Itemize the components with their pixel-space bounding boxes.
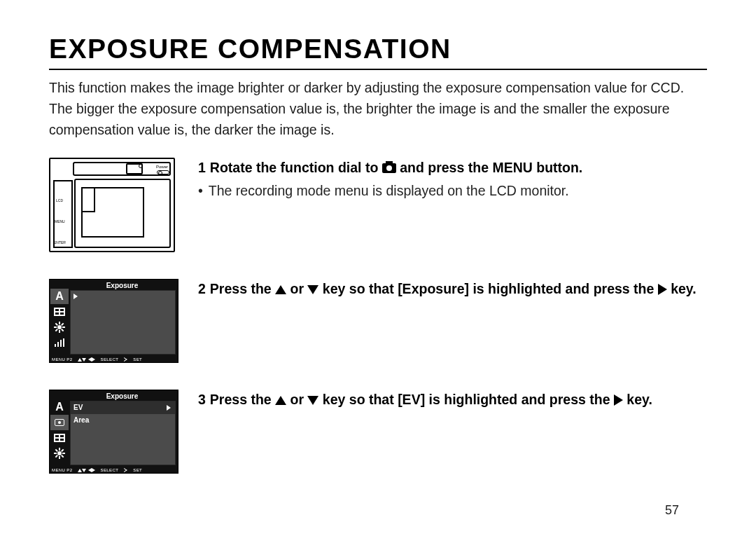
step-2-text-a: Press the [210,281,275,296]
page-title: EXPOSURE COMPENSATION [49,34,707,64]
step-3-or: or [286,392,307,407]
up-arrow-icon [275,285,286,294]
step-3-text-b: key so that [EV] is highlighted and pres… [318,392,614,407]
footer-select: SELECT [101,468,119,472]
intro-paragraph: This function makes the image brighter o… [49,77,707,141]
step-2-text-c: key. [667,281,696,296]
step-2-text-b: key so that [Exposure] is highlighted an… [318,281,657,296]
step-2-or: or [286,281,307,296]
right-arrow-icon [74,294,78,299]
step-2-number: 2 [198,281,206,296]
menu-row-area: Area [71,414,175,427]
side-icon-sun [50,446,69,461]
lcd-footer: MENU P2 SELECT SET [52,357,176,362]
right-arrow-icon [167,405,171,411]
step-3-heading: 3Press the or key so that [EV] is highli… [198,390,707,410]
footer-set: SET [133,468,142,472]
down-arrow-icon [307,396,318,405]
power-switch-icon [157,170,169,174]
step-1-bullet: • The recording mode menu is displayed o… [198,181,707,201]
menu-row-ev: EV [71,401,175,414]
figure-camera: Power LCD MENU ENTER [49,158,178,252]
step-2-heading: 2Press the or key so that [Exposure] is … [198,279,707,299]
step-1-number: 1 [198,160,206,175]
steps-list: Power LCD MENU ENTER 1Rotate the functio… [49,158,707,474]
down-arrow-icon [307,285,318,294]
right-arrow-icon [614,394,623,406]
lcd-header: Exposure [70,282,174,289]
side-icon-spot [50,415,69,430]
area-label: Area [74,416,89,424]
power-label: Power [156,165,168,169]
title-rule [49,69,707,70]
lcd-button-label: LCD [56,198,63,202]
footer-nav-icons [78,357,94,362]
right-arrow-icon [658,284,667,295]
step-1-text-b: and press the MENU button. [396,160,583,175]
side-icon-a: A [50,289,69,304]
lcd-content-area: EV Area [70,401,176,465]
footer-set-icon [124,468,127,472]
side-icon-bars [50,335,69,350]
step-3: Exposure A EV Area ME [49,390,707,474]
side-icon-grid [50,430,69,446]
up-arrow-icon [275,396,286,405]
step-1: Power LCD MENU ENTER 1Rotate the functio… [49,158,707,252]
step-3-text-a: Press the [210,392,275,407]
footer-set: SET [133,357,142,362]
figure-lcd-ev: Exposure A EV Area ME [49,390,178,474]
lcd-content-area [70,290,176,355]
step-3-text-c: key. [623,392,652,407]
step-2: Exposure A MENU P2 SELECT SET [49,279,707,363]
footer-nav-icons [78,468,94,473]
footer-select: SELECT [101,357,119,362]
bullet-dot: • [198,181,203,201]
side-icon-grid [50,304,69,319]
footer-menu: MENU P2 [52,468,72,472]
side-icon-sun [50,319,69,335]
step-1-bullet-text: The recording mode menu is displayed on … [209,181,569,201]
lcd-header: Exposure [70,392,174,400]
ev-label: EV [74,404,83,411]
camera-icon [382,163,396,173]
footer-menu: MENU P2 [52,357,72,362]
side-icon-a: A [50,399,69,415]
step-1-heading: 1Rotate the function dial to and press t… [198,158,707,178]
enter-button-label: ENTER [54,240,66,245]
footer-set-icon [124,357,127,362]
page-number: 57 [665,503,679,518]
menu-button-label: MENU [55,219,65,224]
lcd-footer: MENU P2 SELECT SET [52,468,176,473]
step-1-text-a: Rotate the function dial to [210,160,382,175]
step-3-number: 3 [198,392,206,407]
figure-lcd-exposure: Exposure A MENU P2 SELECT SET [49,279,178,363]
